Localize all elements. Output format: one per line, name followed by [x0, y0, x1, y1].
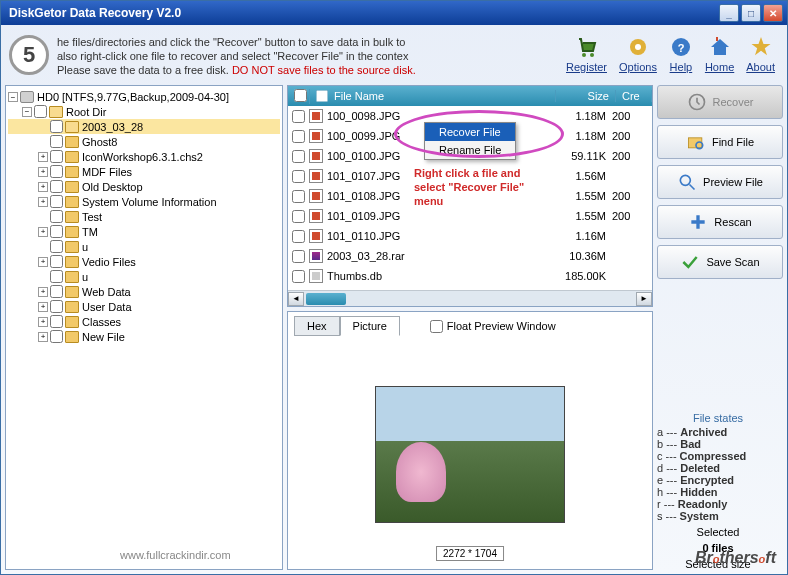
tree-checkbox[interactable] — [50, 300, 63, 313]
tree-checkbox[interactable] — [50, 180, 63, 193]
tree-root[interactable]: − HD0 [NTFS,9.77G,Backup,2009-04-30] — [8, 90, 280, 104]
tree-item[interactable]: 2003_03_28 — [8, 119, 280, 134]
tree-item[interactable]: +System Volume Information — [8, 194, 280, 209]
col-filename[interactable]: File Name — [328, 90, 556, 102]
title-bar[interactable]: DiskGetor Data Recovery V2.0 _ □ ✕ — [1, 1, 787, 25]
rescan-button[interactable]: Rescan — [657, 205, 783, 239]
expand-icon[interactable]: + — [38, 167, 48, 177]
options-button[interactable]: Options — [619, 35, 657, 73]
tree-checkbox[interactable] — [50, 270, 63, 283]
home-button[interactable]: Home — [705, 35, 734, 73]
tree-item[interactable]: +User Data — [8, 299, 280, 314]
expand-icon[interactable]: + — [38, 287, 48, 297]
tree-checkbox[interactable] — [34, 105, 47, 118]
float-preview-option[interactable]: Float Preview Window — [430, 320, 556, 333]
tree-item[interactable]: +IconWorkshop6.3.1.chs2 — [8, 149, 280, 164]
tab-hex[interactable]: Hex — [294, 316, 340, 336]
ctx-rename-file[interactable]: Rename File — [425, 141, 515, 159]
tree-checkbox[interactable] — [50, 315, 63, 328]
tree-item[interactable]: Test — [8, 209, 280, 224]
expand-icon[interactable]: + — [38, 302, 48, 312]
file-checkbox[interactable] — [292, 110, 305, 123]
tree-checkbox[interactable] — [50, 210, 63, 223]
tree-checkbox[interactable] — [50, 135, 63, 148]
tab-picture[interactable]: Picture — [340, 316, 400, 336]
tree-rootdir[interactable]: − Root Dir — [8, 104, 280, 119]
expand-icon[interactable]: + — [38, 182, 48, 192]
tree-checkbox[interactable] — [50, 195, 63, 208]
folder-icon — [65, 196, 79, 208]
scroll-left-icon[interactable]: ◄ — [288, 292, 304, 306]
file-list[interactable]: File Name Size Cre 100_0098.JPG1.18M2001… — [287, 85, 653, 307]
tree-checkbox[interactable] — [50, 120, 63, 133]
expand-icon[interactable]: + — [38, 332, 48, 342]
tree-item[interactable]: u — [8, 269, 280, 284]
file-checkbox[interactable] — [292, 130, 305, 143]
file-row[interactable]: 2003_03_28.rar10.36M — [288, 246, 652, 266]
folder-icon — [65, 286, 79, 298]
col-size[interactable]: Size — [556, 90, 616, 102]
file-checkbox[interactable] — [292, 270, 305, 283]
scroll-right-icon[interactable]: ► — [636, 292, 652, 306]
tree-item[interactable]: +TM — [8, 224, 280, 239]
app-window: DiskGetor Data Recovery V2.0 _ □ ✕ 5 he … — [0, 0, 788, 575]
tree-checkbox[interactable] — [50, 255, 63, 268]
tree-checkbox[interactable] — [50, 330, 63, 343]
maximize-button[interactable]: □ — [741, 4, 761, 22]
ctx-recover-file[interactable]: Recover File — [425, 123, 515, 141]
collapse-icon[interactable]: − — [22, 107, 32, 117]
tree-item[interactable]: +Web Data — [8, 284, 280, 299]
tree-item[interactable]: +New File — [8, 329, 280, 344]
expand-icon[interactable]: + — [38, 197, 48, 207]
tree-checkbox[interactable] — [50, 225, 63, 238]
file-name: 100_0098.JPG — [327, 110, 542, 122]
col-created[interactable]: Cre — [616, 90, 652, 102]
expand-icon[interactable]: + — [38, 152, 48, 162]
recover-button[interactable]: Recover — [657, 85, 783, 119]
close-button[interactable]: ✕ — [763, 4, 783, 22]
about-button[interactable]: About — [746, 35, 775, 73]
save-scan-button[interactable]: Save Scan — [657, 245, 783, 279]
file-checkbox[interactable] — [292, 250, 305, 263]
file-checkbox[interactable] — [292, 150, 305, 163]
step-number-icon: 5 — [9, 35, 49, 75]
file-created: 200 — [612, 210, 652, 222]
register-button[interactable]: Register — [566, 35, 607, 73]
tree-item[interactable]: +Old Desktop — [8, 179, 280, 194]
file-checkbox[interactable] — [292, 170, 305, 183]
tree-checkbox[interactable] — [50, 165, 63, 178]
preview-file-button[interactable]: Preview File — [657, 165, 783, 199]
help-button[interactable]: ? Help — [669, 35, 693, 73]
tree-label: Root Dir — [66, 106, 106, 118]
scroll-thumb[interactable] — [306, 293, 346, 305]
tree-checkbox[interactable] — [50, 285, 63, 298]
select-all-checkbox[interactable] — [294, 89, 307, 102]
minimize-button[interactable]: _ — [719, 4, 739, 22]
file-checkbox[interactable] — [292, 210, 305, 223]
horizontal-scrollbar[interactable]: ◄ ► — [288, 290, 652, 306]
tree-item[interactable]: +MDF Files — [8, 164, 280, 179]
tree-label: MDF Files — [82, 166, 132, 178]
expand-icon[interactable]: + — [38, 257, 48, 267]
file-list-header[interactable]: File Name Size Cre — [288, 86, 652, 106]
find-file-button[interactable]: Find File — [657, 125, 783, 159]
file-row[interactable]: 101_0109.JPG1.55M200 — [288, 206, 652, 226]
file-checkbox[interactable] — [292, 230, 305, 243]
file-size: 59.11K — [542, 150, 612, 162]
tree-checkbox[interactable] — [50, 240, 63, 253]
tree-item[interactable]: +Classes — [8, 314, 280, 329]
collapse-icon[interactable]: − — [8, 92, 18, 102]
file-type-icon — [309, 269, 323, 283]
tree-item[interactable]: Ghost8 — [8, 134, 280, 149]
file-row[interactable]: 101_0110.JPG1.16M — [288, 226, 652, 246]
float-preview-checkbox[interactable] — [430, 320, 443, 333]
expand-icon[interactable]: + — [38, 317, 48, 327]
file-checkbox[interactable] — [292, 190, 305, 203]
tree-item[interactable]: u — [8, 239, 280, 254]
file-type-icon — [309, 189, 323, 203]
expand-icon[interactable]: + — [38, 227, 48, 237]
file-row[interactable]: Thumbs.db185.00K — [288, 266, 652, 286]
folder-tree[interactable]: − HD0 [NTFS,9.77G,Backup,2009-04-30] − R… — [5, 85, 283, 570]
tree-item[interactable]: +Vedio Files — [8, 254, 280, 269]
tree-checkbox[interactable] — [50, 150, 63, 163]
